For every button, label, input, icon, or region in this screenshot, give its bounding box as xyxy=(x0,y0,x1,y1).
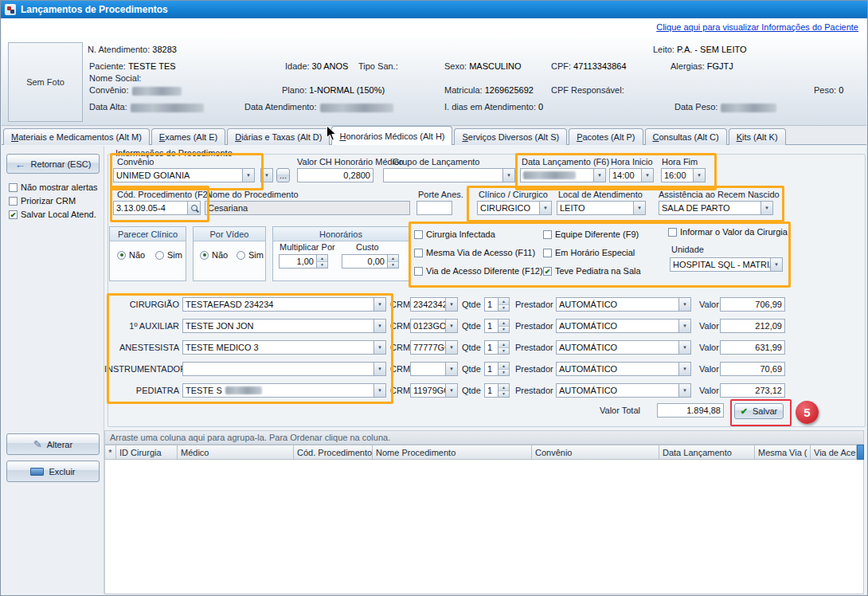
cirurgiao-crm-select[interactable]: 234234234▼ xyxy=(410,297,458,312)
instrumentador-prestador-select[interactable]: AUTOMÁTICO▼ xyxy=(556,362,691,376)
tab-materiais[interactable]: Materiais e Medicamentos (Alt M) xyxy=(3,128,150,145)
instrumentador-select[interactable]: ▼ xyxy=(182,362,386,376)
anestesista-prestador-select[interactable]: AUTOMÁTICO▼ xyxy=(556,340,691,355)
anestesista-crm-select[interactable]: 77777GO▼ xyxy=(410,340,458,355)
tab-diarias[interactable]: Diárias e Taxas (Alt D) xyxy=(227,128,330,145)
cirurgiao-select[interactable]: TESTAEFASD 234234▼ xyxy=(182,297,386,312)
patient-field: Alergias:FGJTJ xyxy=(671,61,733,71)
teve-pediatra-checkbox[interactable]: ✔Teve Pediatra na Sala xyxy=(543,266,641,276)
grid-scrollbar[interactable] xyxy=(857,445,864,460)
column-header-data-lancamento[interactable]: Data Lançamento xyxy=(659,445,755,460)
valor-total-label: Valor Total xyxy=(600,406,640,415)
porte-anes-input[interactable] xyxy=(416,201,452,215)
checkbox-box: ✔ xyxy=(9,210,18,219)
custo-spinner[interactable]: 0,00 ▲▼ xyxy=(342,254,399,269)
chevron-down-icon: ▼ xyxy=(770,258,782,271)
salvar-local-atend-checkbox[interactable]: ✔ Salvar Local Atend. xyxy=(9,210,96,219)
convenio-lookup-button[interactable]: ... xyxy=(276,168,290,182)
pediatra-crm-select[interactable]: 11979GO▼ xyxy=(410,383,458,398)
chevron-down-icon: ▼ xyxy=(760,202,772,214)
parecer-nao-radio[interactable]: Não xyxy=(117,250,145,260)
tab-honorarios-medicos[interactable]: Honorários Médicos (Alt H) xyxy=(331,126,452,145)
patient-field: Peso:0 xyxy=(814,85,843,95)
cirurgiao-qtde-spinner[interactable]: 1 ▲▼ xyxy=(484,297,510,312)
patient-field: I. dias em Atendimento:0 xyxy=(444,102,543,112)
group-by-dropzone[interactable]: Arraste uma coluna aqui para agrupa-la. … xyxy=(104,430,864,445)
auxiliar-qtde-spinner[interactable]: 1 ▲▼ xyxy=(484,319,510,333)
grid-corner-cell[interactable]: * xyxy=(104,445,116,460)
horario-especial-checkbox[interactable]: Em Horário Especial xyxy=(543,248,635,257)
patient-info-link[interactable]: Clique aqui para visualizar Informações … xyxy=(656,22,858,32)
anestesista-qtde-spinner[interactable]: 1 ▲▼ xyxy=(484,340,510,355)
valor-ch-input[interactable]: 0,2800 xyxy=(297,168,373,182)
multiplicar-label: Multiplicar Por xyxy=(280,242,335,252)
pediatra-qtde-spinner[interactable]: 1 ▲▼ xyxy=(484,383,510,398)
tab-servicos[interactable]: Serviços Diversos (Alt S) xyxy=(454,128,567,145)
auxiliar-prestador-select[interactable]: AUTOMÁTICO▼ xyxy=(556,319,691,333)
auxiliar-valor-input[interactable]: 212,09 xyxy=(720,319,785,333)
header-strip: Clique aqui para visualizar Informações … xyxy=(2,18,866,38)
redacted-value xyxy=(523,171,576,179)
patient-field: Data Alta: xyxy=(89,102,204,112)
alterar-button[interactable]: ✎ Alterar xyxy=(6,433,100,455)
column-header-cod-procedimento[interactable]: Cód. Procedimento xyxy=(294,445,373,460)
cirurgia-infectada-checkbox[interactable]: Cirurgia Infectada xyxy=(414,229,495,239)
grupo-lancamento-select[interactable]: ▼ xyxy=(383,168,515,182)
pediatra-select[interactable]: TESTE S ▼ xyxy=(182,383,386,398)
mesma-via-acesso-checkbox[interactable]: Mesma Via de Acesso (F11) xyxy=(414,248,535,257)
column-header-nome-procedimento[interactable]: Nome Procedimento xyxy=(373,445,532,460)
cod-procedimento-input[interactable]: 3.13.09.05-4 xyxy=(113,201,201,215)
instrumentador-valor-input[interactable]: 70,69 xyxy=(720,362,785,376)
assistencia-select[interactable]: SALA DE PARTO ▼ xyxy=(659,201,773,215)
column-header-id-cirurgia[interactable]: ID Cirurgia xyxy=(116,445,178,460)
convenio-dropdown-button[interactable]: ▼ xyxy=(260,168,273,182)
pediatra-prestador-select[interactable]: AUTOMÁTICO▼ xyxy=(556,383,691,398)
via-acesso-diferente-checkbox[interactable]: Via de Acesso Diferente (F12) xyxy=(414,266,543,276)
excluir-button[interactable]: Excluir xyxy=(6,461,100,482)
hora-fim-input[interactable]: 16:00 ▼ xyxy=(661,168,706,182)
multiplicar-spinner[interactable]: 1,00 ▲▼ xyxy=(279,254,328,269)
checkbox-box xyxy=(668,228,677,237)
tab-pacotes[interactable]: Pacotes (Alt P) xyxy=(569,128,643,145)
priorizar-crm-checkbox[interactable]: Priorizar CRM xyxy=(9,196,76,206)
clinico-cirurgico-select[interactable]: CIRURGICO ▼ xyxy=(477,201,552,215)
instrumentador-crm-select[interactable]: ▼ xyxy=(410,362,458,376)
tab-consultas[interactable]: Consultas (Alt C) xyxy=(645,128,727,145)
cirurgiao-valor-input[interactable]: 706,99 xyxy=(720,297,785,312)
salvar-button[interactable]: ✔ Salvar xyxy=(734,403,784,419)
video-nao-radio[interactable]: Não xyxy=(200,250,228,260)
instrumentador-qtde-spinner[interactable]: 1 ▲▼ xyxy=(484,362,510,376)
auxiliar-crm-select[interactable]: 0123GO▼ xyxy=(410,319,458,333)
unidade-select[interactable]: HOSPITAL SQL - MATRIZ ▼ xyxy=(670,257,783,272)
anestesista-valor-input[interactable]: 631,99 xyxy=(720,340,785,355)
parecer-sim-radio[interactable]: Sim xyxy=(155,250,182,260)
spin-down-icon: ▼ xyxy=(499,370,509,376)
retornar-label: Retornar (ESC) xyxy=(31,159,92,169)
redacted-value xyxy=(721,104,776,112)
cirurgiao-prestador-select[interactable]: AUTOMÁTICO▼ xyxy=(556,297,691,312)
data-lancamento-select[interactable]: ▼ xyxy=(520,168,606,182)
column-header-medico[interactable]: Médico xyxy=(178,445,294,460)
pediatra-valor-input[interactable]: 273,12 xyxy=(720,383,785,398)
column-header-convenio[interactable]: Convênio xyxy=(532,445,659,460)
equipe-diferente-checkbox[interactable]: Equipe Diferente (F9) xyxy=(543,229,639,239)
nao-mostrar-alertas-checkbox[interactable]: Não mostrar alertas xyxy=(9,182,98,192)
column-header-mesma-via[interactable]: Mesma Via ( xyxy=(755,445,811,460)
radio-label: Sim xyxy=(167,250,182,260)
local-atendimento-select[interactable]: LEITO ▼ xyxy=(557,201,646,215)
checkbox-box xyxy=(9,197,18,206)
auxiliar-select[interactable]: TESTE JON JON▼ xyxy=(182,319,386,333)
tab-exames[interactable]: Exames (Alt E) xyxy=(151,128,225,145)
convenio-select[interactable]: UNIMED GOIANIA ▼ xyxy=(113,168,255,182)
informar-valor-checkbox[interactable]: Informar o Valor da Cirurgia xyxy=(668,227,788,237)
checkbox-box xyxy=(9,183,18,192)
spin-down-icon: ▼ xyxy=(388,262,398,269)
column-header-via-acesso[interactable]: Via de Acesso xyxy=(811,445,857,460)
hora-inicio-input[interactable]: 14:00 ▼ xyxy=(609,168,654,182)
chevron-down-icon: ▼ xyxy=(593,169,605,182)
anestesista-select[interactable]: TESTE MEDICO 3▼ xyxy=(182,340,386,355)
tab-kits[interactable]: Kits (Alt K) xyxy=(729,128,786,145)
retornar-button[interactable]: ← Retornar (ESC) xyxy=(6,154,100,174)
video-sim-radio[interactable]: Sim xyxy=(237,250,264,260)
search-icon[interactable] xyxy=(187,202,200,214)
